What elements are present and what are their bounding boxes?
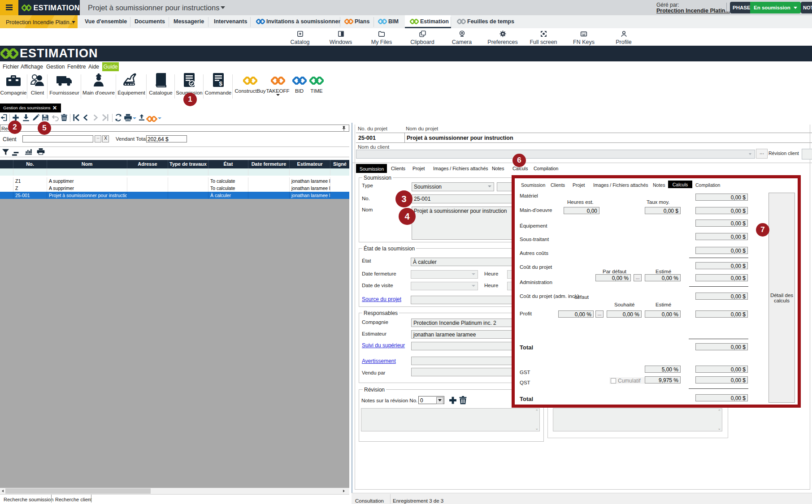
svg-text:$: $ (219, 80, 222, 87)
svg-text:x: x (4, 151, 5, 154)
